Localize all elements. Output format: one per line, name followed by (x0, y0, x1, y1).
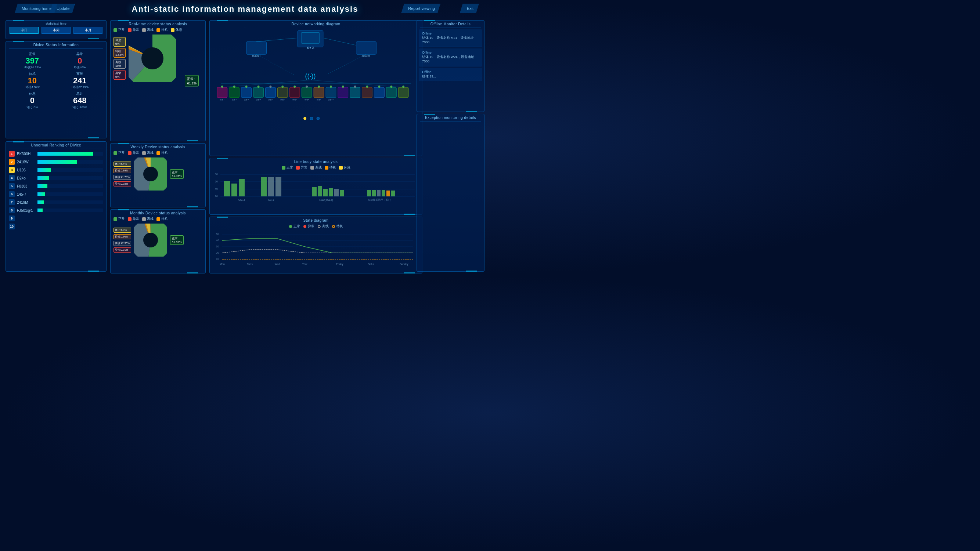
svg-point-65 (330, 86, 332, 88)
svg-rect-99 (372, 190, 376, 196)
abnormal-label: 异常:0% (113, 70, 126, 79)
w-legend-abnormal (128, 151, 132, 155)
svg-point-4 (142, 48, 164, 69)
svg-rect-85 (239, 179, 245, 196)
ranking-list: 1 BK300H 2 2416W 3 U105 4 D24b 5 F8303 6… (6, 150, 106, 230)
ranking-list-item: 7 2419M (6, 198, 106, 206)
m-abnormal-label: 异常:0.01% (113, 248, 131, 252)
legend-rest-dot (171, 28, 175, 32)
svg-text:Thur: Thur (302, 263, 308, 265)
device-status-panel: Divice Status Information 正常 397 ↓环比61.2… (5, 41, 107, 138)
svg-rect-96 (340, 190, 344, 196)
svg-text:设备6: 设备6 (280, 98, 285, 101)
ranking-list-item: 6 145-7 (6, 190, 106, 198)
divider (9, 48, 103, 49)
status-offline: 离线 241 ↑环比37.19% (57, 71, 103, 89)
update-button[interactable]: Update (49, 4, 75, 13)
legend-normal-dot (113, 28, 117, 32)
rank-device-name: U105 (17, 168, 35, 172)
monthly-pie-labels: 休止:4.3% 待机:0.96% 离线:42.35% 异常:0.01% (113, 228, 131, 252)
svg-point-66 (342, 86, 344, 88)
svg-text:Mon: Mon (220, 263, 225, 265)
svg-rect-36 (314, 87, 324, 98)
svg-text:50: 50 (216, 233, 219, 235)
statistical-time-panel: statistical time 今日 本周 本月 (5, 20, 107, 39)
svg-rect-28 (217, 87, 228, 98)
rank-number: 10 (9, 224, 15, 229)
weekly-title: Weekly Device status analysis (111, 143, 205, 150)
m-normal-label: 正常:51.69% (170, 235, 184, 245)
m-legend-normal (113, 217, 117, 221)
offline-status-label: Offline (422, 70, 479, 74)
m-standby-label: 待机:0.96% (113, 234, 131, 239)
rank-bar-container (37, 192, 103, 196)
svg-text:60: 60 (215, 180, 218, 183)
svg-point-9 (143, 167, 158, 181)
weekly-legend: 正常 异常 离线 待机 (111, 150, 205, 156)
rank-number: 6 (9, 191, 15, 197)
rank-number: 1 (9, 151, 15, 157)
month-button[interactable]: 本月 (73, 27, 102, 34)
svg-point-59 (258, 86, 260, 88)
standby-label: 待机:1.54% (113, 48, 126, 58)
svg-rect-37 (326, 87, 336, 98)
exit-button[interactable]: Exit (460, 4, 479, 13)
exception-monitor-panel: Exception monitoring details (417, 114, 485, 272)
svg-point-57 (233, 86, 235, 88)
svg-point-108 (332, 225, 335, 228)
svg-point-58 (245, 86, 248, 88)
divider (420, 27, 481, 28)
offline-desc: 结体 19，设备名称 W24，设备地址 7008 (422, 55, 479, 64)
weekly-panel: Weekly Device status analysis 正常 异常 离线 待… (110, 143, 206, 207)
svg-rect-29 (229, 87, 240, 98)
w-rest-label: 休止:5.4% (113, 162, 131, 167)
svg-text:设备9: 设备9 (317, 98, 321, 101)
today-button[interactable]: 今日 (10, 27, 38, 34)
svg-text:设备7: 设备7 (293, 98, 297, 101)
rank-bar (37, 200, 44, 204)
lb-rest-dot (339, 166, 343, 170)
state-diagram-legend: 正常 异常 离线 待机 (210, 223, 422, 229)
svg-rect-32 (265, 87, 275, 98)
w-offline-label: 离线:41.78% (113, 175, 131, 180)
svg-rect-41 (374, 87, 384, 98)
svg-rect-31 (253, 87, 264, 98)
rank-device-name: 2419M (17, 200, 35, 205)
svg-point-67 (354, 86, 356, 88)
weekly-pie-labels: 休止:5.4% 待机:0.99% 离线:41.78% 异常:0.02% (113, 162, 131, 186)
monthly-legend: 正常 异常 离线 待机 (111, 216, 205, 222)
week-button[interactable]: 本周 (41, 27, 70, 34)
rest-label: 休息:0% (113, 37, 126, 47)
rank-device-name: FJ501@1 (17, 208, 35, 213)
offline-status-label: Offline (422, 32, 479, 35)
svg-point-105 (289, 225, 292, 228)
monthly-pie-svg (134, 224, 167, 257)
device-status-title: Divice Status Information (6, 41, 106, 48)
svg-point-68 (366, 86, 368, 88)
rank-device-name: 145-7 (17, 192, 35, 196)
svg-rect-16 (301, 32, 320, 43)
ranking-list-item: 1 BK300H (6, 150, 106, 158)
status-total: 总计 648 环比↓100% (57, 91, 103, 109)
m-legend-abnormal (128, 217, 132, 221)
ranking-list-item: 9 (6, 214, 106, 222)
m-legend-standby (156, 217, 160, 221)
w-legend-offline (142, 151, 146, 155)
svg-rect-95 (334, 189, 339, 196)
rank-device-name: D24b (17, 176, 35, 180)
ranking-list-item: 10 (6, 222, 106, 230)
report-viewing-button[interactable]: Report viewing (401, 4, 441, 13)
lb-abnormal-dot (296, 166, 300, 170)
ranking-list-item: 5 F8303 (6, 182, 106, 190)
svg-point-61 (282, 86, 283, 88)
stat-time-label: statistical time (6, 21, 106, 25)
realtime-legend: 正常 异常 离线 待机 休息 (111, 27, 205, 33)
time-buttons-group: 今日 本周 本月 (6, 25, 106, 35)
svg-text:Router: Router (362, 55, 370, 57)
offline-list: Offline 结体 19，设备名称 M21，设备地址 7008 Offline… (417, 29, 484, 81)
svg-text:设备4: 设备4 (256, 98, 261, 101)
svg-text:40: 40 (216, 239, 219, 241)
svg-rect-38 (338, 87, 348, 98)
status-grid: 正常 397 ↓环比61.27% 异常 0 环比↓0% 待机 10 ↑环比1.5… (6, 49, 106, 111)
rank-bar-container (37, 176, 103, 180)
